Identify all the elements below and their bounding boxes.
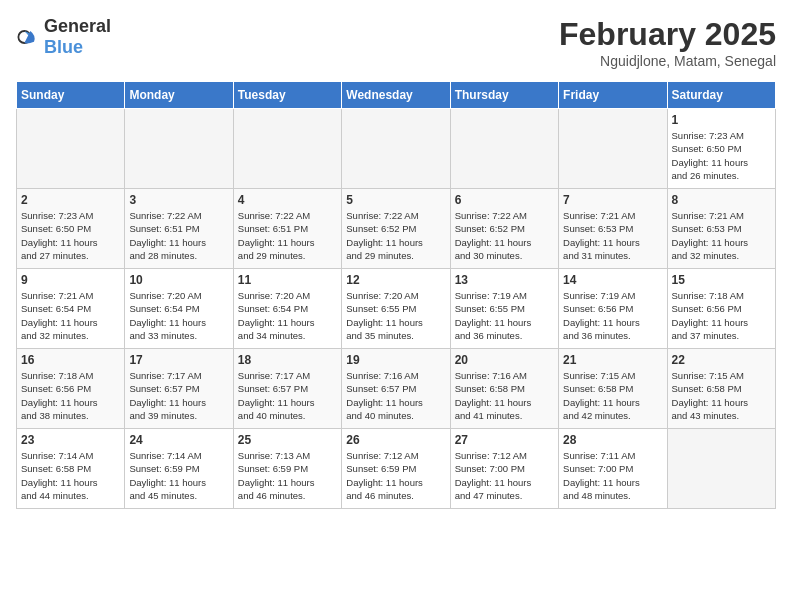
day-info: Sunrise: 7:15 AM Sunset: 6:58 PM Dayligh…	[672, 369, 771, 422]
calendar-subtitle: Nguidjlone, Matam, Senegal	[559, 53, 776, 69]
page-header: General Blue February 2025 Nguidjlone, M…	[16, 16, 776, 69]
day-info: Sunrise: 7:20 AM Sunset: 6:54 PM Dayligh…	[238, 289, 337, 342]
day-info: Sunrise: 7:17 AM Sunset: 6:57 PM Dayligh…	[129, 369, 228, 422]
calendar-cell	[559, 109, 667, 189]
day-info: Sunrise: 7:22 AM Sunset: 6:51 PM Dayligh…	[238, 209, 337, 262]
weekday-header-row: SundayMondayTuesdayWednesdayThursdayFrid…	[17, 82, 776, 109]
day-info: Sunrise: 7:18 AM Sunset: 6:56 PM Dayligh…	[21, 369, 120, 422]
calendar-cell: 26Sunrise: 7:12 AM Sunset: 6:59 PM Dayli…	[342, 429, 450, 509]
weekday-header: Tuesday	[233, 82, 341, 109]
day-number: 5	[346, 193, 445, 207]
calendar-cell: 6Sunrise: 7:22 AM Sunset: 6:52 PM Daylig…	[450, 189, 558, 269]
logo: General Blue	[16, 16, 111, 58]
day-number: 14	[563, 273, 662, 287]
calendar-cell: 27Sunrise: 7:12 AM Sunset: 7:00 PM Dayli…	[450, 429, 558, 509]
day-number: 19	[346, 353, 445, 367]
day-number: 4	[238, 193, 337, 207]
calendar-cell: 12Sunrise: 7:20 AM Sunset: 6:55 PM Dayli…	[342, 269, 450, 349]
day-info: Sunrise: 7:22 AM Sunset: 6:51 PM Dayligh…	[129, 209, 228, 262]
calendar-cell: 28Sunrise: 7:11 AM Sunset: 7:00 PM Dayli…	[559, 429, 667, 509]
calendar-week-row: 9Sunrise: 7:21 AM Sunset: 6:54 PM Daylig…	[17, 269, 776, 349]
calendar-cell: 17Sunrise: 7:17 AM Sunset: 6:57 PM Dayli…	[125, 349, 233, 429]
day-info: Sunrise: 7:12 AM Sunset: 7:00 PM Dayligh…	[455, 449, 554, 502]
day-number: 22	[672, 353, 771, 367]
day-info: Sunrise: 7:18 AM Sunset: 6:56 PM Dayligh…	[672, 289, 771, 342]
calendar-cell: 21Sunrise: 7:15 AM Sunset: 6:58 PM Dayli…	[559, 349, 667, 429]
calendar-cell: 4Sunrise: 7:22 AM Sunset: 6:51 PM Daylig…	[233, 189, 341, 269]
day-number: 3	[129, 193, 228, 207]
calendar-cell: 10Sunrise: 7:20 AM Sunset: 6:54 PM Dayli…	[125, 269, 233, 349]
calendar-cell	[17, 109, 125, 189]
day-number: 18	[238, 353, 337, 367]
day-info: Sunrise: 7:14 AM Sunset: 6:59 PM Dayligh…	[129, 449, 228, 502]
day-number: 21	[563, 353, 662, 367]
calendar-cell: 16Sunrise: 7:18 AM Sunset: 6:56 PM Dayli…	[17, 349, 125, 429]
calendar-cell: 18Sunrise: 7:17 AM Sunset: 6:57 PM Dayli…	[233, 349, 341, 429]
weekday-header: Saturday	[667, 82, 775, 109]
calendar-cell: 1Sunrise: 7:23 AM Sunset: 6:50 PM Daylig…	[667, 109, 775, 189]
day-info: Sunrise: 7:21 AM Sunset: 6:53 PM Dayligh…	[563, 209, 662, 262]
day-number: 2	[21, 193, 120, 207]
day-number: 7	[563, 193, 662, 207]
day-number: 24	[129, 433, 228, 447]
day-info: Sunrise: 7:23 AM Sunset: 6:50 PM Dayligh…	[672, 129, 771, 182]
day-number: 12	[346, 273, 445, 287]
day-info: Sunrise: 7:19 AM Sunset: 6:56 PM Dayligh…	[563, 289, 662, 342]
day-info: Sunrise: 7:23 AM Sunset: 6:50 PM Dayligh…	[21, 209, 120, 262]
day-number: 17	[129, 353, 228, 367]
calendar-cell: 23Sunrise: 7:14 AM Sunset: 6:58 PM Dayli…	[17, 429, 125, 509]
logo-general: General	[44, 16, 111, 36]
calendar-cell: 3Sunrise: 7:22 AM Sunset: 6:51 PM Daylig…	[125, 189, 233, 269]
calendar-cell	[233, 109, 341, 189]
logo-icon	[16, 25, 40, 49]
weekday-header: Monday	[125, 82, 233, 109]
day-number: 27	[455, 433, 554, 447]
calendar-cell	[125, 109, 233, 189]
day-info: Sunrise: 7:20 AM Sunset: 6:54 PM Dayligh…	[129, 289, 228, 342]
calendar-cell: 5Sunrise: 7:22 AM Sunset: 6:52 PM Daylig…	[342, 189, 450, 269]
day-number: 23	[21, 433, 120, 447]
day-info: Sunrise: 7:21 AM Sunset: 6:54 PM Dayligh…	[21, 289, 120, 342]
weekday-header: Sunday	[17, 82, 125, 109]
calendar-week-row: 16Sunrise: 7:18 AM Sunset: 6:56 PM Dayli…	[17, 349, 776, 429]
day-number: 6	[455, 193, 554, 207]
calendar-cell	[450, 109, 558, 189]
calendar-cell	[342, 109, 450, 189]
calendar-cell: 7Sunrise: 7:21 AM Sunset: 6:53 PM Daylig…	[559, 189, 667, 269]
day-number: 8	[672, 193, 771, 207]
day-info: Sunrise: 7:17 AM Sunset: 6:57 PM Dayligh…	[238, 369, 337, 422]
calendar-week-row: 2Sunrise: 7:23 AM Sunset: 6:50 PM Daylig…	[17, 189, 776, 269]
calendar-cell: 13Sunrise: 7:19 AM Sunset: 6:55 PM Dayli…	[450, 269, 558, 349]
day-info: Sunrise: 7:21 AM Sunset: 6:53 PM Dayligh…	[672, 209, 771, 262]
title-block: February 2025 Nguidjlone, Matam, Senegal	[559, 16, 776, 69]
day-info: Sunrise: 7:20 AM Sunset: 6:55 PM Dayligh…	[346, 289, 445, 342]
day-number: 9	[21, 273, 120, 287]
day-info: Sunrise: 7:22 AM Sunset: 6:52 PM Dayligh…	[455, 209, 554, 262]
day-info: Sunrise: 7:16 AM Sunset: 6:58 PM Dayligh…	[455, 369, 554, 422]
calendar-cell: 22Sunrise: 7:15 AM Sunset: 6:58 PM Dayli…	[667, 349, 775, 429]
logo-text: General Blue	[44, 16, 111, 58]
day-info: Sunrise: 7:16 AM Sunset: 6:57 PM Dayligh…	[346, 369, 445, 422]
day-number: 10	[129, 273, 228, 287]
calendar-week-row: 23Sunrise: 7:14 AM Sunset: 6:58 PM Dayli…	[17, 429, 776, 509]
day-number: 16	[21, 353, 120, 367]
calendar-cell: 20Sunrise: 7:16 AM Sunset: 6:58 PM Dayli…	[450, 349, 558, 429]
day-number: 26	[346, 433, 445, 447]
weekday-header: Thursday	[450, 82, 558, 109]
day-info: Sunrise: 7:15 AM Sunset: 6:58 PM Dayligh…	[563, 369, 662, 422]
day-number: 15	[672, 273, 771, 287]
calendar-cell	[667, 429, 775, 509]
day-number: 28	[563, 433, 662, 447]
day-info: Sunrise: 7:11 AM Sunset: 7:00 PM Dayligh…	[563, 449, 662, 502]
day-info: Sunrise: 7:22 AM Sunset: 6:52 PM Dayligh…	[346, 209, 445, 262]
day-number: 1	[672, 113, 771, 127]
calendar-cell: 25Sunrise: 7:13 AM Sunset: 6:59 PM Dayli…	[233, 429, 341, 509]
day-info: Sunrise: 7:12 AM Sunset: 6:59 PM Dayligh…	[346, 449, 445, 502]
day-number: 13	[455, 273, 554, 287]
weekday-header: Friday	[559, 82, 667, 109]
calendar-cell: 2Sunrise: 7:23 AM Sunset: 6:50 PM Daylig…	[17, 189, 125, 269]
calendar-cell: 11Sunrise: 7:20 AM Sunset: 6:54 PM Dayli…	[233, 269, 341, 349]
calendar-table: SundayMondayTuesdayWednesdayThursdayFrid…	[16, 81, 776, 509]
calendar-title: February 2025	[559, 16, 776, 53]
calendar-cell: 8Sunrise: 7:21 AM Sunset: 6:53 PM Daylig…	[667, 189, 775, 269]
